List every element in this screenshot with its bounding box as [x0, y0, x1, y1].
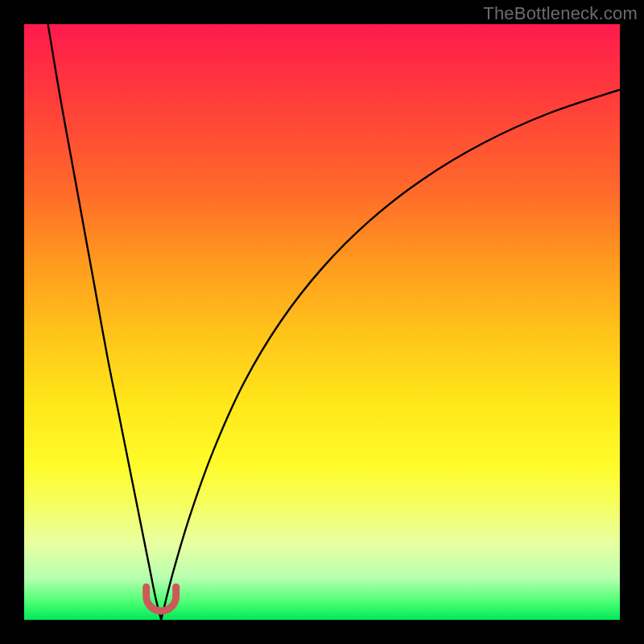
- curve-layer: [24, 24, 620, 620]
- right-branch-curve: [161, 89, 620, 620]
- plot-area: [24, 24, 620, 620]
- chart-frame: TheBottleneck.com: [0, 0, 644, 644]
- minimum-marker: [147, 587, 176, 611]
- watermark-text: TheBottleneck.com: [483, 3, 638, 24]
- left-branch-curve: [48, 24, 162, 620]
